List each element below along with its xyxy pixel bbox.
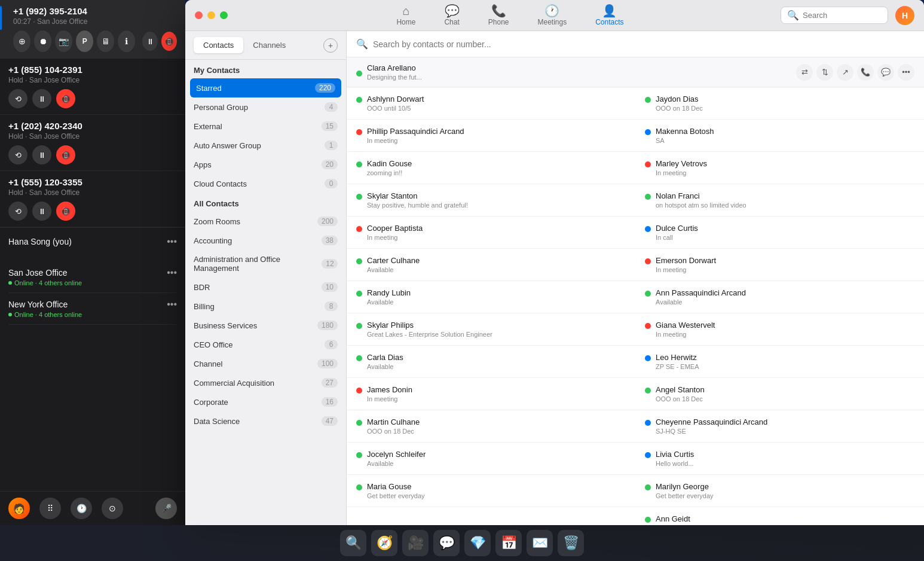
history-button[interactable]: 🕐 — [71, 498, 92, 519]
contact-phillip[interactable]: Phillip Passaquindici Arcand In meeting — [347, 120, 635, 152]
record-button[interactable]: ⏺ — [34, 31, 51, 52]
pause-call-button[interactable]: ⏸ — [142, 32, 158, 51]
contact-jocelyn[interactable]: Jocelyn Schleifer Available — [347, 443, 635, 475]
voicemail-button[interactable]: ⊙ — [102, 498, 123, 519]
microphone-button[interactable]: 🎤 — [155, 498, 177, 519]
group-starred[interactable]: Starred 220 — [190, 78, 341, 97]
user-avatar-header[interactable]: H — [895, 6, 914, 25]
room-new-york[interactable]: New York Office ••• Online · 4 others on… — [8, 293, 177, 325]
contacts-tab-contacts[interactable]: Contacts — [194, 37, 243, 53]
contact-kadin[interactable]: Kadin Gouse zooming in!! — [347, 152, 635, 184]
minimize-button[interactable] — [207, 11, 215, 19]
close-button[interactable] — [195, 11, 203, 19]
contacts-search-input[interactable] — [373, 39, 914, 49]
end-hold-2[interactable]: 📵 — [56, 145, 75, 164]
group-apps[interactable]: Apps 20 — [185, 155, 346, 174]
group-personal[interactable]: Personal Group 4 — [185, 97, 346, 117]
hold-call-1[interactable]: +1 (855) 104-2391 Hold · San Jose Office… — [0, 59, 185, 115]
user-menu-button[interactable]: ••• — [167, 236, 177, 247]
room-ny-menu[interactable]: ••• — [167, 299, 177, 310]
group-ceo[interactable]: CEO Office 6 — [185, 335, 346, 354]
tab-contacts[interactable]: 👤 Contacts — [581, 1, 638, 30]
room-san-jose[interactable]: San Jose Office ••• Online · 4 others on… — [8, 261, 177, 293]
transfer-button-1[interactable]: ⟲ — [8, 89, 27, 108]
transfer-2-button[interactable]: ⇅ — [816, 64, 833, 81]
group-external[interactable]: External 15 — [185, 117, 346, 136]
tab-home[interactable]: ⌂ Home — [382, 1, 430, 30]
contact-jaydon[interactable]: Jaydon Dias OOO on 18 Dec — [635, 87, 924, 120]
contact-giana[interactable]: Giana Westervelt In meeting — [635, 313, 924, 346]
park-button[interactable]: P — [76, 31, 93, 52]
contact-martin[interactable]: Martin Culhane OOO on 18 Dec — [347, 410, 635, 443]
merge-call-button[interactable]: ⊕ — [13, 31, 30, 52]
group-bdr[interactable]: BDR 10 — [185, 278, 346, 297]
contact-angel[interactable]: Angel Stanton OOO on 18 Dec — [635, 378, 924, 410]
contact-dulce[interactable]: Dulce Curtis In call — [635, 217, 924, 249]
contact-ann-p[interactable]: Ann Passaquindici Arcand Available — [635, 281, 924, 313]
dock-finder[interactable]: 🔍 — [340, 530, 366, 556]
message-contact-button[interactable]: 💬 — [877, 64, 894, 81]
end-hold-3[interactable]: 📵 — [56, 202, 75, 221]
contact-randy[interactable]: Randy Lubin Available — [347, 281, 635, 313]
active-call-item[interactable]: +1 (992) 395-2104 00:27 · San Jose Offic… — [0, 0, 185, 59]
transfer-button-3[interactable]: ⟲ — [8, 202, 27, 221]
dock-calendar[interactable]: 📅 — [495, 530, 522, 556]
group-commercial[interactable]: Commercial Acquisition 27 — [185, 373, 346, 392]
contact-carter[interactable]: Carter Culhane Available — [347, 249, 635, 281]
contact-carla[interactable]: Carla Dias Available — [347, 346, 635, 378]
add-contact-button[interactable]: + — [323, 38, 338, 53]
video-button[interactable]: 📷 — [55, 31, 72, 52]
contact-livia[interactable]: Livia Curtis Hello world... — [635, 443, 924, 475]
contact-skylar-stanton[interactable]: Skylar Stanton Stay positive, humble and… — [347, 184, 635, 217]
contact-ann-geidt[interactable]: Ann Geidt Get better everyday — [635, 507, 924, 525]
contact-marley[interactable]: Marley Vetrovs In meeting — [635, 152, 924, 184]
dock-mail[interactable]: ✉️ — [527, 530, 553, 556]
hold-call-2[interactable]: +1 (202) 420-2340 Hold · San Jose Office… — [0, 115, 185, 171]
group-billing[interactable]: Billing 8 — [185, 297, 346, 316]
highlighted-contact[interactable]: Clara Arellano Designing the fut... ⇄ ⇅ … — [347, 57, 924, 87]
tab-meetings[interactable]: 🕐 Meetings — [524, 1, 582, 30]
contact-emerson[interactable]: Emerson Dorwart In meeting — [635, 249, 924, 281]
dock-safari[interactable]: 🧭 — [371, 530, 397, 556]
end-call-button[interactable]: 📵 — [161, 32, 177, 51]
group-auto-answer[interactable]: Auto Answer Group 1 — [185, 136, 346, 155]
contact-ashlynn[interactable]: Ashlynn Dorwart OOO until 10/5 — [347, 87, 635, 120]
end-hold-1[interactable]: 📵 — [56, 89, 75, 108]
dock-sketch[interactable]: 💎 — [464, 530, 491, 556]
group-business[interactable]: Business Services 180 — [185, 316, 346, 335]
contact-james[interactable]: James Donin In meeting — [347, 378, 635, 410]
group-data-science[interactable]: Data Science 47 — [185, 411, 346, 431]
pause-hold-2[interactable]: ⏸ — [32, 145, 51, 164]
tab-phone[interactable]: 📞 Phone — [474, 1, 524, 30]
more-contact-button[interactable]: ••• — [898, 64, 914, 81]
contact-marilyn[interactable]: Marilyn George Get better everyday — [635, 475, 924, 507]
contacts-tab-channels[interactable]: Channels — [243, 37, 295, 53]
dock-zoom[interactable]: 🎥 — [402, 530, 429, 556]
contact-maria[interactable]: Maria Gouse Get better everyday — [347, 475, 635, 507]
contact-makenna[interactable]: Makenna Botosh SA — [635, 120, 924, 152]
contact-cooper[interactable]: Cooper Baptista In meeting — [347, 217, 635, 249]
global-search-input[interactable] — [803, 11, 874, 20]
dock-messages[interactable]: 💬 — [433, 530, 460, 556]
screen-share-button[interactable]: 🖥 — [97, 31, 114, 52]
contact-nolan[interactable]: Nolan Franci on hotspot atm so limited v… — [635, 184, 924, 217]
maximize-button[interactable] — [220, 11, 228, 19]
contact-cheyenne[interactable]: Cheyenne Passaquindici Arcand SJ-HQ SE — [635, 410, 924, 443]
group-admin[interactable]: Administration and Office Management 12 — [185, 250, 346, 278]
transfer-1-button[interactable]: ⇄ — [796, 64, 813, 81]
tab-chat[interactable]: 💬 Chat — [430, 1, 473, 30]
hold-call-3[interactable]: +1 (555) 120-3355 Hold · San Jose Office… — [0, 171, 185, 227]
transfer-button-2[interactable]: ⟲ — [8, 145, 27, 164]
keypad-button[interactable]: ⠿ — [39, 498, 61, 519]
room-sj-menu[interactable]: ••• — [167, 267, 177, 278]
pause-hold-1[interactable]: ⏸ — [32, 89, 51, 108]
pause-hold-3[interactable]: ⏸ — [32, 202, 51, 221]
dock-trash[interactable]: 🗑️ — [558, 530, 584, 556]
group-zoom-rooms[interactable]: Zoom Rooms 200 — [185, 212, 346, 231]
group-cloud[interactable]: Cloud Contacts 0 — [185, 174, 346, 193]
group-channel[interactable]: Channel 100 — [185, 354, 346, 373]
contacts-list-scroll[interactable]: My Contacts Starred 220 Personal Group 4… — [185, 60, 346, 525]
call-contact-button[interactable]: 📞 — [857, 64, 874, 81]
transfer-3-button[interactable]: ↗ — [837, 64, 853, 81]
group-corporate[interactable]: Corporate 16 — [185, 392, 346, 411]
